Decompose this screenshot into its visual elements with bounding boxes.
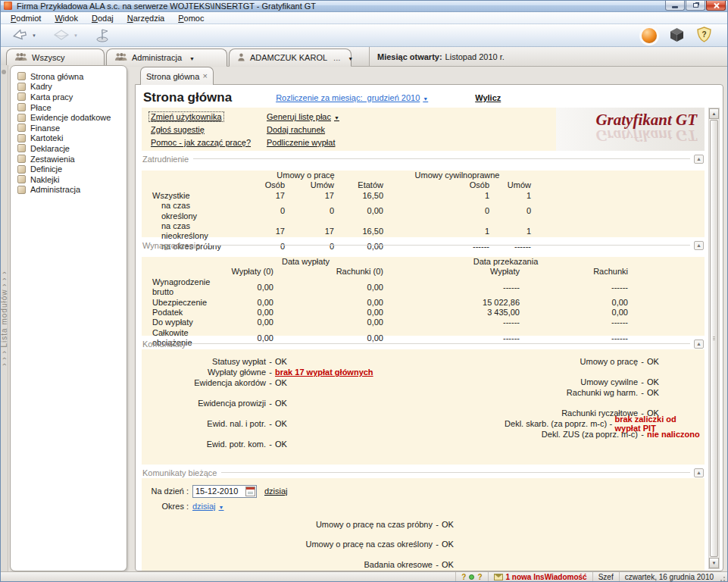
content-area: Strona główna Rozliczenie za miesiąc: gr… [135, 84, 723, 571]
context-tab-wszyscy[interactable]: Wszyscy [6, 48, 105, 67]
status-row: Ewidencja prowizjiOK [142, 398, 426, 408]
sidebar-item-place[interactable]: Płace [14, 102, 124, 113]
cell-value: 1 [383, 191, 489, 201]
sidebar-item-karta-pracy[interactable]: Karta pracy [14, 92, 124, 102]
dash-separator [638, 357, 647, 366]
spacer [142, 429, 426, 439]
deklaracje-icon [17, 144, 26, 152]
date-input[interactable] [195, 487, 245, 496]
wynagrodzenia-table: Data wypłatyData przekazaniaWypłaty (0)R… [152, 257, 628, 349]
close-button[interactable] [706, 1, 726, 11]
sidebar-item-administracja[interactable]: Administracja [14, 185, 124, 196]
section-title: Komunikaty [142, 340, 186, 349]
sidebar-item-definicje[interactable]: Definicje [14, 164, 124, 174]
scrollbar-thumb[interactable] [710, 120, 718, 557]
spacer [142, 408, 426, 418]
collapse-section-button[interactable] [694, 155, 704, 164]
menu-narzedzia[interactable]: Narzędzia [120, 13, 172, 23]
scroll-up-icon[interactable]: ▲ [709, 108, 719, 119]
quick-link-zglos-sugestie[interactable]: Zgłoś sugestię [149, 125, 206, 134]
calculate-link[interactable]: Wylicz [475, 93, 501, 102]
cell-value: 16,50 [334, 191, 383, 201]
cube-icon[interactable] [669, 27, 685, 44]
status-value: OK [442, 540, 454, 549]
resize-grip[interactable] [719, 572, 728, 582]
menu-widok[interactable]: Widok [48, 13, 85, 23]
karta-pracy-icon [17, 92, 26, 101]
select-arrow-button[interactable] [8, 27, 40, 45]
quick-link-generuj-liste-plac[interactable]: Generuj listę płac [265, 112, 341, 121]
group-header: Data wypłaty [228, 257, 383, 267]
document-tab-strona-glowna[interactable]: Strona główna × [140, 67, 214, 85]
sidebar-item-label: Definicje [30, 164, 62, 174]
people-icon [14, 52, 27, 63]
sidebar-item-kadry[interactable]: Kadry [14, 82, 124, 92]
table-row: na czas określony000,0000 [152, 201, 531, 221]
column-header: Osób [228, 180, 285, 190]
pin-icon[interactable] [2, 70, 6, 74]
sidebar-item-ewidencje-dodatkowe[interactable]: Ewidencje dodatkowe [14, 112, 124, 123]
quick-link-podliczenie-wyplat[interactable]: Podliczenie wypłat [265, 138, 337, 147]
today-link[interactable]: dzisiaj [264, 487, 288, 496]
row-label: Wynagrodzenie brutto [152, 277, 228, 298]
sidebar-item-finanse[interactable]: Finanse [14, 123, 124, 133]
context-tab-administracja[interactable]: Administracja [106, 48, 227, 67]
cell-value: 0,00 [228, 318, 273, 327]
quick-link-pomoc-jak-zaczac-prace[interactable]: Pomoc - jak zacząć pracę? [149, 138, 252, 147]
status-value: OK [647, 357, 659, 366]
sidebar-item-deklaracje[interactable]: Deklaracje [14, 143, 124, 154]
collapse-section-button[interactable] [694, 340, 704, 349]
svg-text:?: ? [701, 30, 706, 39]
finanse-icon [17, 124, 26, 132]
minimize-button[interactable] [665, 1, 685, 11]
collapse-section-button[interactable] [694, 468, 704, 477]
scroll-down-icon[interactable]: ▼ [709, 558, 719, 568]
sidebar-item-label: Deklaracje [30, 144, 70, 153]
cell-value: 0 [228, 201, 285, 221]
cell-value: 0,00 [273, 298, 383, 308]
status-label: Szkolenia BHP [142, 570, 433, 571]
help-icon[interactable]: ? [461, 573, 466, 581]
status-label: Umowy o pracę na czas określony [142, 540, 433, 549]
cell-value: 0,00 [273, 318, 383, 327]
dash-separator [638, 388, 647, 397]
sidebar-item-label: Karta pracy [30, 92, 73, 102]
insert-sphere-icon[interactable] [642, 28, 657, 43]
flag-button[interactable] [91, 27, 114, 45]
inswiadomosc-message[interactable]: 1 nowa InsWiadomość [506, 573, 587, 581]
group-header-row: Umowy o pracęUmowy cywilnoprawne [152, 171, 531, 180]
menu-pomoc[interactable]: Pomoc [171, 13, 211, 23]
collapse-section-button[interactable] [694, 241, 704, 250]
sidebar-item-label: Finanse [30, 124, 60, 133]
menu-dodaj[interactable]: Dodaj [85, 13, 120, 23]
vertical-scrollbar[interactable]: ▲ ▼ [708, 108, 720, 569]
tab-close-icon[interactable]: × [203, 73, 208, 80]
sidebar-item-strona-glowna[interactable]: Strona główna [14, 71, 124, 82]
sidebar-item-kartoteki[interactable]: Kartoteki [14, 133, 124, 144]
help-shield-icon[interactable]: ? [697, 27, 711, 44]
column-header: Rachunki (0) [273, 267, 383, 277]
cell-value: ------ [520, 277, 628, 298]
status-value: OK [275, 357, 287, 366]
modules-strip[interactable]: Lista modułów [0, 65, 8, 571]
status-value[interactable]: brak 17 wypłat głównych [275, 368, 373, 377]
context-tab-adamczuk-karol[interactable]: ADAMCZUK KAROL... [229, 48, 352, 67]
quick-link-zmien-uzytkownika[interactable]: Zmień użytkownika [149, 112, 223, 121]
send-message-button[interactable] [49, 27, 82, 45]
period-dropdown-link[interactable]: dzisiaj [192, 502, 224, 511]
sidebar-item-zestawienia[interactable]: Zestawienia [14, 154, 124, 164]
quick-link-dodaj-rachunek[interactable]: Dodaj rachunek [265, 125, 327, 134]
calendar-icon[interactable] [245, 487, 255, 496]
period-select-link[interactable]: Rozliczenie za miesiąc: grudzień 2010 [276, 93, 428, 102]
status-label: Ewidencja prowizji [142, 399, 266, 408]
help-icon[interactable]: ? [477, 573, 482, 581]
restore-button[interactable] [686, 1, 705, 11]
cell-value: 0,00 [273, 308, 383, 318]
message-cell[interactable]: 1 nowa InsWiadomość [488, 572, 592, 582]
sidebar-item-label: Kartoteki [30, 133, 63, 142]
administracja-icon [17, 186, 26, 194]
sidebar-item-naklejki[interactable]: Naklejki [14, 174, 124, 185]
spacer [426, 398, 705, 408]
menu-podmiot[interactable]: Podmiot [4, 13, 48, 23]
section-title: Zatrudnienie [142, 155, 189, 164]
